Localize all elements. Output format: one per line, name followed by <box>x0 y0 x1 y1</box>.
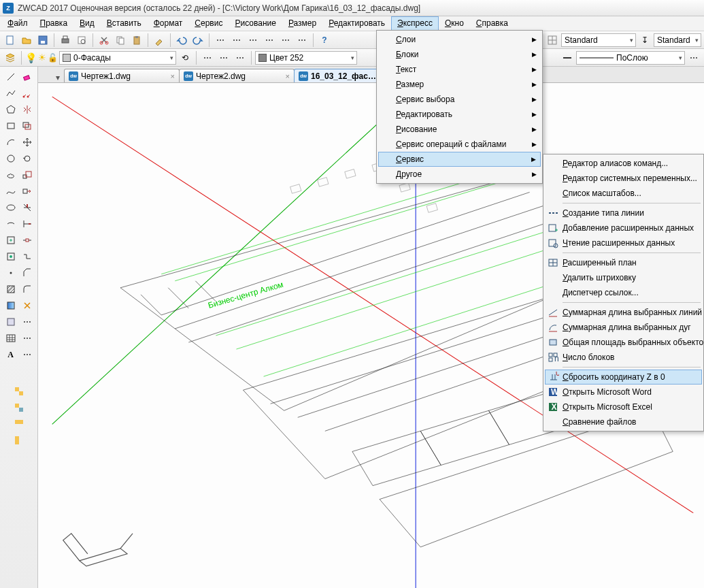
ellipse-arc-tool[interactable] <box>3 216 18 231</box>
layer-tool-3[interactable]: ⋯ <box>233 50 248 65</box>
service-item[interactable]: Редактор алиасов команд... <box>545 156 702 171</box>
menu-правка[interactable]: Правка <box>34 16 74 31</box>
rotate-tool[interactable] <box>20 151 35 166</box>
express-item[interactable]: Блоки▶ <box>378 47 541 62</box>
print-preview-button[interactable] <box>74 33 89 48</box>
palette-4[interactable] <box>12 433 27 448</box>
menu-вставить[interactable]: Вставить <box>101 16 148 31</box>
help-button[interactable]: ? <box>317 33 332 48</box>
close-icon[interactable]: × <box>286 72 290 80</box>
cut-button[interactable] <box>97 33 112 48</box>
menu-файл[interactable]: Файл <box>1 16 34 31</box>
color-combo[interactable]: Цвет 252 <box>255 51 357 65</box>
hatch-tool[interactable] <box>3 282 18 297</box>
style-icon-1[interactable] <box>545 33 560 48</box>
service-item[interactable]: nЧисло блоков <box>545 350 702 365</box>
menu-размер[interactable]: Размер <box>282 16 322 31</box>
service-item[interactable]: Удалить штриховку <box>545 270 702 285</box>
tb-extra-6[interactable]: ⋯ <box>295 33 309 48</box>
paste-button[interactable] <box>129 33 144 48</box>
express-item[interactable]: Текст▶ <box>378 62 541 77</box>
make-block-tool[interactable] <box>3 249 18 264</box>
service-item[interactable]: Список масштабов... <box>545 186 702 201</box>
service-item[interactable]: Суммарная длина выбранных линий <box>545 305 702 320</box>
lineweight-combo[interactable]: ПоСлою <box>576 51 685 65</box>
service-item[interactable]: Чтение расширенных данных <box>545 235 702 250</box>
service-item[interactable]: Суммарная длина выбранных дуг <box>545 320 702 335</box>
line-icon[interactable] <box>560 50 575 65</box>
service-item[interactable]: Добавление расширенных данных <box>545 220 702 235</box>
express-item[interactable]: Размер▶ <box>378 77 541 92</box>
line-tool[interactable] <box>3 69 18 84</box>
ellipse-tool[interactable] <box>3 200 18 215</box>
layer-combo[interactable]: 0-Фасады <box>59 51 176 65</box>
palette-3[interactable] <box>12 416 27 431</box>
undo-button[interactable] <box>174 33 189 48</box>
break-tool[interactable] <box>20 233 35 248</box>
service-item[interactable]: Общая площадь выбранных объектов <box>545 335 702 350</box>
style-btn-1[interactable]: ↧ <box>637 33 652 48</box>
service-item[interactable]: Расширенный план <box>545 255 702 270</box>
explode-tool[interactable] <box>20 298 35 313</box>
tb-extra-4[interactable]: ⋯ <box>262 33 277 48</box>
copy-tool[interactable] <box>20 86 35 101</box>
tool-a[interactable]: ⋯ <box>20 314 35 329</box>
document-tab[interactable]: dwЧертеж2.dwg× <box>179 69 295 82</box>
new-button[interactable] <box>3 33 18 48</box>
rect-tool[interactable] <box>3 118 18 133</box>
tb-extra-1[interactable]: ⋯ <box>213 33 228 48</box>
move-tool[interactable] <box>20 135 35 150</box>
close-icon[interactable]: × <box>171 72 175 80</box>
stretch-tool[interactable] <box>20 184 35 199</box>
service-item[interactable]: Редактор системных переменных... <box>545 171 702 186</box>
chamfer-tool[interactable] <box>20 265 35 280</box>
line-btn[interactable]: ⋯ <box>686 50 701 65</box>
extend-tool[interactable] <box>20 216 35 231</box>
point-tool[interactable] <box>3 265 18 280</box>
menu-справка[interactable]: Справка <box>470 16 514 31</box>
tool-b[interactable]: ⋯ <box>20 331 35 346</box>
express-item[interactable]: Сервис▶ <box>378 152 541 167</box>
menu-сервис[interactable]: Сервис <box>188 16 229 31</box>
palette-1[interactable] <box>12 384 27 399</box>
save-button[interactable] <box>35 33 50 48</box>
menu-формат[interactable]: Формат <box>148 16 189 31</box>
express-item[interactable]: Рисование▶ <box>378 122 541 137</box>
menu-редактировать[interactable]: Редактировать <box>322 16 391 31</box>
service-item[interactable]: XОткрыть Microsoft Excel <box>545 399 702 414</box>
arc-tool[interactable] <box>3 135 18 150</box>
region-tool[interactable] <box>3 314 18 329</box>
circle-tool[interactable] <box>3 151 18 166</box>
match-props-button[interactable] <box>152 33 167 48</box>
service-item[interactable]: Создание типа линии <box>545 206 702 220</box>
revcloud-tool[interactable] <box>3 167 18 182</box>
tb-extra-3[interactable]: ⋯ <box>246 33 261 48</box>
express-item[interactable]: Редактировать▶ <box>378 107 541 122</box>
layer-tool-2[interactable]: ⋯ <box>216 50 231 65</box>
menu-экспресс[interactable]: Экспресс <box>391 16 439 31</box>
erase-tool[interactable] <box>20 69 35 84</box>
express-item[interactable]: Сервис операций с файлами▶ <box>378 137 541 152</box>
layer-tool-1[interactable]: ⋯ <box>200 50 215 65</box>
style-combo-2[interactable]: Standard <box>654 33 701 47</box>
service-item[interactable]: 0Сбросить координату Z в 0 <box>545 370 702 385</box>
layer-manager-button[interactable] <box>3 50 18 65</box>
menu-окно[interactable]: Окно <box>439 16 470 31</box>
layer-prev-button[interactable]: ⟲ <box>178 50 192 65</box>
express-item[interactable]: Сервис выбора▶ <box>378 92 541 107</box>
palette-2[interactable] <box>12 400 27 415</box>
scale-tool[interactable] <box>20 167 35 182</box>
table-tool[interactable] <box>3 331 18 346</box>
tool-c[interactable]: ⋯ <box>20 347 35 362</box>
pline-tool[interactable] <box>3 86 18 101</box>
express-item[interactable]: Слои▶ <box>378 32 541 47</box>
chevron-down-icon[interactable]: ▾ <box>56 73 60 82</box>
menu-рисование[interactable]: Рисование <box>229 16 282 31</box>
insert-block-tool[interactable] <box>3 233 18 248</box>
join-tool[interactable] <box>20 249 35 264</box>
mirror-tool[interactable] <box>20 102 35 117</box>
style-combo-1[interactable]: Standard <box>561 33 636 47</box>
fillet-tool[interactable] <box>20 282 35 297</box>
open-button[interactable] <box>19 33 34 48</box>
offset-tool[interactable] <box>20 118 35 133</box>
